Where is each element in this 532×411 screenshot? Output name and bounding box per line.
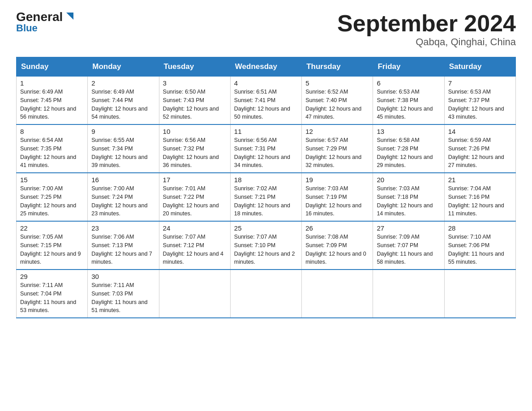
day-info: Sunrise: 6:59 AMSunset: 7:26 PMDaylight:… — [448, 136, 512, 170]
logo-triangle-icon — [64, 10, 76, 22]
day-number: 7 — [448, 79, 512, 87]
day-number: 17 — [163, 176, 227, 184]
header: General Blue September 2024 Qabqa, Qingh… — [0, 0, 532, 53]
day-number: 25 — [234, 224, 298, 232]
day-cell: 8Sunrise: 6:54 AMSunset: 7:35 PMDaylight… — [17, 124, 88, 173]
day-number: 24 — [163, 224, 227, 232]
title-area: September 2024 Qabqa, Qinghai, China — [337, 11, 516, 48]
day-info: Sunrise: 6:52 AMSunset: 7:40 PMDaylight:… — [305, 88, 369, 121]
logo-blue: Blue — [16, 22, 38, 34]
day-info: Sunrise: 7:03 AMSunset: 7:18 PMDaylight:… — [377, 184, 440, 218]
day-cell: 17Sunrise: 7:01 AMSunset: 7:22 PMDayligh… — [159, 173, 230, 221]
day-number: 21 — [448, 176, 512, 184]
week-row-2: 8Sunrise: 6:54 AMSunset: 7:35 PMDaylight… — [17, 124, 516, 173]
day-number: 20 — [377, 176, 440, 184]
day-cell: 28Sunrise: 7:10 AMSunset: 7:06 PMDayligh… — [444, 221, 515, 270]
day-cell: 12Sunrise: 6:57 AMSunset: 7:29 PMDayligh… — [302, 124, 373, 173]
day-info: Sunrise: 6:49 AMSunset: 7:44 PMDaylight:… — [91, 88, 155, 121]
day-cell: 6Sunrise: 6:53 AMSunset: 7:38 PMDaylight… — [373, 76, 444, 124]
col-header-sunday: Sunday — [17, 57, 88, 76]
day-number: 10 — [163, 128, 227, 135]
day-cell: 27Sunrise: 7:09 AMSunset: 7:07 PMDayligh… — [373, 221, 444, 270]
day-number: 22 — [20, 224, 84, 232]
day-info: Sunrise: 7:11 AMSunset: 7:03 PMDaylight:… — [91, 281, 155, 315]
day-cell: 26Sunrise: 7:08 AMSunset: 7:09 PMDayligh… — [302, 221, 373, 270]
day-info: Sunrise: 6:49 AMSunset: 7:45 PMDaylight:… — [20, 88, 84, 121]
day-info: Sunrise: 6:51 AMSunset: 7:41 PMDaylight:… — [234, 88, 298, 121]
day-info: Sunrise: 7:00 AMSunset: 7:24 PMDaylight:… — [91, 184, 155, 218]
week-row-1: 1Sunrise: 6:49 AMSunset: 7:45 PMDaylight… — [17, 76, 516, 124]
logo-general: General — [16, 11, 63, 23]
day-cell — [230, 270, 301, 318]
day-info: Sunrise: 6:58 AMSunset: 7:28 PMDaylight:… — [377, 136, 440, 170]
day-cell: 5Sunrise: 6:52 AMSunset: 7:40 PMDaylight… — [302, 76, 373, 124]
day-cell: 24Sunrise: 7:07 AMSunset: 7:12 PMDayligh… — [159, 221, 230, 270]
day-number: 13 — [377, 128, 440, 135]
day-cell: 25Sunrise: 7:07 AMSunset: 7:10 PMDayligh… — [230, 221, 301, 270]
col-header-saturday: Saturday — [444, 57, 515, 76]
day-info: Sunrise: 6:56 AMSunset: 7:32 PMDaylight:… — [163, 136, 227, 170]
day-number: 23 — [91, 224, 155, 232]
day-cell: 10Sunrise: 6:56 AMSunset: 7:32 PMDayligh… — [159, 124, 230, 173]
day-info: Sunrise: 7:04 AMSunset: 7:16 PMDaylight:… — [448, 184, 512, 218]
day-info: Sunrise: 7:10 AMSunset: 7:06 PMDaylight:… — [448, 233, 512, 266]
col-header-monday: Monday — [88, 57, 159, 76]
day-info: Sunrise: 6:55 AMSunset: 7:34 PMDaylight:… — [91, 136, 155, 170]
day-info: Sunrise: 7:06 AMSunset: 7:13 PMDaylight:… — [91, 233, 155, 266]
day-cell: 19Sunrise: 7:03 AMSunset: 7:19 PMDayligh… — [302, 173, 373, 221]
day-cell: 29Sunrise: 7:11 AMSunset: 7:04 PMDayligh… — [17, 270, 88, 318]
day-cell: 11Sunrise: 6:56 AMSunset: 7:31 PMDayligh… — [230, 124, 301, 173]
day-number: 2 — [91, 79, 155, 87]
day-info: Sunrise: 6:57 AMSunset: 7:29 PMDaylight:… — [305, 136, 369, 170]
day-cell: 22Sunrise: 7:05 AMSunset: 7:15 PMDayligh… — [17, 221, 88, 270]
day-number: 9 — [91, 128, 155, 135]
day-info: Sunrise: 7:07 AMSunset: 7:10 PMDaylight:… — [234, 233, 298, 266]
day-cell: 4Sunrise: 6:51 AMSunset: 7:41 PMDaylight… — [230, 76, 301, 124]
day-number: 26 — [305, 224, 369, 232]
day-cell: 23Sunrise: 7:06 AMSunset: 7:13 PMDayligh… — [88, 221, 159, 270]
day-info: Sunrise: 7:00 AMSunset: 7:25 PMDaylight:… — [20, 184, 84, 218]
day-info: Sunrise: 7:08 AMSunset: 7:09 PMDaylight:… — [305, 233, 369, 266]
day-cell — [444, 270, 515, 318]
day-cell: 30Sunrise: 7:11 AMSunset: 7:03 PMDayligh… — [88, 270, 159, 318]
day-cell: 9Sunrise: 6:55 AMSunset: 7:34 PMDaylight… — [88, 124, 159, 173]
day-cell: 3Sunrise: 6:50 AMSunset: 7:43 PMDaylight… — [159, 76, 230, 124]
day-cell: 15Sunrise: 7:00 AMSunset: 7:25 PMDayligh… — [17, 173, 88, 221]
day-info: Sunrise: 7:09 AMSunset: 7:07 PMDaylight:… — [377, 233, 440, 266]
day-info: Sunrise: 7:07 AMSunset: 7:12 PMDaylight:… — [163, 233, 227, 266]
day-cell — [159, 270, 230, 318]
week-row-4: 22Sunrise: 7:05 AMSunset: 7:15 PMDayligh… — [17, 221, 516, 270]
col-header-thursday: Thursday — [302, 57, 373, 76]
day-number: 8 — [20, 128, 84, 135]
day-info: Sunrise: 7:05 AMSunset: 7:15 PMDaylight:… — [20, 233, 84, 266]
day-number: 4 — [234, 79, 298, 87]
day-number: 12 — [305, 128, 369, 135]
month-title: September 2024 — [337, 11, 516, 36]
day-cell: 1Sunrise: 6:49 AMSunset: 7:45 PMDaylight… — [17, 76, 88, 124]
day-number: 29 — [20, 273, 84, 280]
day-info: Sunrise: 6:56 AMSunset: 7:31 PMDaylight:… — [234, 136, 298, 170]
col-header-wednesday: Wednesday — [230, 57, 301, 76]
day-cell — [302, 270, 373, 318]
day-info: Sunrise: 7:11 AMSunset: 7:04 PMDaylight:… — [20, 281, 84, 315]
day-number: 15 — [20, 176, 84, 184]
day-number: 18 — [234, 176, 298, 184]
day-info: Sunrise: 7:03 AMSunset: 7:19 PMDaylight:… — [305, 184, 369, 218]
day-cell: 18Sunrise: 7:02 AMSunset: 7:21 PMDayligh… — [230, 173, 301, 221]
day-number: 14 — [448, 128, 512, 135]
day-info: Sunrise: 6:54 AMSunset: 7:35 PMDaylight:… — [20, 136, 84, 170]
location: Qabqa, Qinghai, China — [337, 36, 516, 48]
week-row-3: 15Sunrise: 7:00 AMSunset: 7:25 PMDayligh… — [17, 173, 516, 221]
day-cell: 14Sunrise: 6:59 AMSunset: 7:26 PMDayligh… — [444, 124, 515, 173]
day-info: Sunrise: 6:50 AMSunset: 7:43 PMDaylight:… — [163, 88, 227, 121]
week-row-5: 29Sunrise: 7:11 AMSunset: 7:04 PMDayligh… — [17, 270, 516, 318]
logo: General Blue — [16, 11, 76, 34]
day-cell: 20Sunrise: 7:03 AMSunset: 7:18 PMDayligh… — [373, 173, 444, 221]
day-info: Sunrise: 6:53 AMSunset: 7:38 PMDaylight:… — [377, 88, 440, 121]
day-cell: 2Sunrise: 6:49 AMSunset: 7:44 PMDaylight… — [88, 76, 159, 124]
day-number: 3 — [163, 79, 227, 87]
day-number: 5 — [305, 79, 369, 87]
day-number: 1 — [20, 79, 84, 87]
day-cell: 7Sunrise: 6:53 AMSunset: 7:37 PMDaylight… — [444, 76, 515, 124]
day-number: 27 — [377, 224, 440, 232]
